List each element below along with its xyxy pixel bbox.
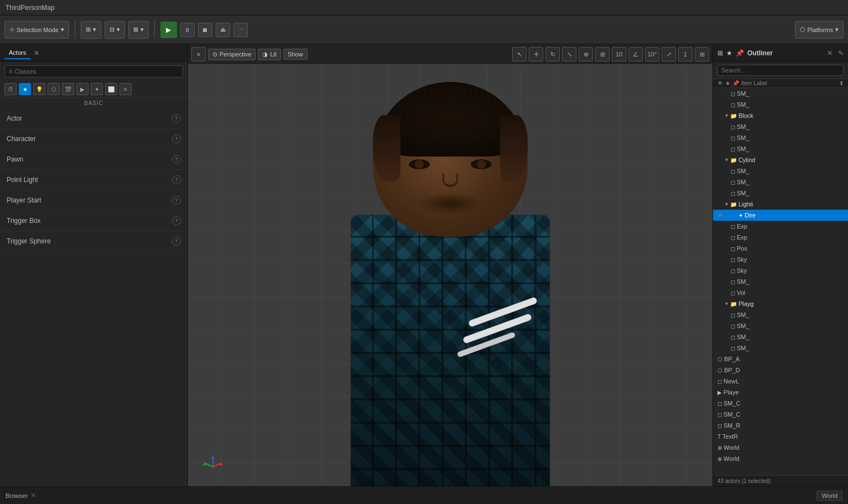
tree-item-newl[interactable]: ◻ NewL: [713, 376, 848, 387]
world-button[interactable]: World: [816, 491, 842, 501]
move-tool[interactable]: ✛: [529, 47, 543, 61]
stop-button[interactable]: ⏹: [198, 23, 212, 37]
show-button[interactable]: Show: [283, 49, 308, 60]
actors-tab[interactable]: Actors: [4, 47, 30, 59]
visibility-icon[interactable]: 👁: [717, 212, 723, 219]
visual-effects-icon[interactable]: ✦: [91, 83, 103, 95]
tree-item-sm5[interactable]: ◻ SM_: [713, 143, 848, 154]
tree-item-sky1[interactable]: ◻ Sky: [713, 254, 848, 265]
actor-item-player-start[interactable]: Player Start ?: [0, 190, 188, 211]
play-button[interactable]: ▶: [160, 22, 177, 38]
angle-value-1[interactable]: 10°: [645, 47, 659, 61]
shapes-icon[interactable]: ⬡: [48, 83, 60, 95]
snap-button[interactable]: ⊟ ▾: [105, 21, 125, 39]
outliner-filter-icon[interactable]: ⊞: [717, 49, 723, 57]
select-tool[interactable]: ↖: [512, 47, 527, 61]
tree-item-sky2[interactable]: ◻ Sky: [713, 265, 848, 276]
tree-item-cylind-folder[interactable]: ▼ 📁 Cylind: [713, 154, 848, 165]
viewport-menu-button[interactable]: ≡: [191, 47, 206, 61]
eject-button[interactable]: ⏏: [216, 23, 230, 37]
volumes-icon[interactable]: ⬜: [105, 83, 117, 95]
outliner-pin-icon[interactable]: 📌: [736, 49, 744, 57]
tree-item-exp1[interactable]: ◻ Exp: [713, 221, 848, 232]
scale-icon[interactable]: ⤢: [662, 47, 676, 61]
tree-item-vol1[interactable]: ◻ Vol: [713, 287, 848, 298]
trigger-sphere-help-icon[interactable]: ?: [172, 237, 181, 246]
tree-item-playg-folder[interactable]: ▼ 📁 Playg: [713, 298, 848, 309]
actor-item-point-light[interactable]: Point Light ?: [0, 170, 188, 190]
tree-item-world1[interactable]: ⊕ World: [713, 442, 848, 453]
character-help-icon[interactable]: ?: [172, 134, 181, 143]
transform-icon: ⊞: [86, 26, 91, 33]
tree-item-sm3[interactable]: ◻ SM_: [713, 121, 848, 132]
tree-item-sm7[interactable]: ◻ SM_: [713, 176, 848, 188]
actor-item-pawn[interactable]: Pawn ?: [0, 149, 188, 170]
outliner-tree[interactable]: ◻ SM_ ◻ SM_ ▼ 📁 Block ◻ SM_: [713, 88, 848, 475]
outliner-edit-button[interactable]: ✎: [838, 49, 844, 57]
perspective-button[interactable]: ⊙ Perspective: [208, 49, 256, 60]
tree-item-block-folder[interactable]: ▼ 📁 Block: [713, 110, 848, 121]
actor-item-actor[interactable]: Actor ?: [0, 108, 188, 129]
all-classes-icon[interactable]: ≡: [119, 83, 132, 95]
world-tool[interactable]: ⊕: [579, 47, 593, 61]
angle-icon[interactable]: ∠: [628, 47, 643, 61]
more-button[interactable]: ⋯: [233, 23, 248, 37]
grid-value-1[interactable]: 10: [612, 47, 626, 61]
tree-item-sm4[interactable]: ◻ SM_: [713, 132, 848, 143]
outliner-search-input[interactable]: [717, 65, 844, 76]
tree-item-smc2[interactable]: ◻ SM_C: [713, 409, 848, 420]
tree-item-pos1[interactable]: ◻ Pos: [713, 243, 848, 254]
recently-placed-icon[interactable]: ⏱: [4, 83, 17, 95]
panel-close-button[interactable]: ✕: [34, 49, 39, 57]
cinematics-icon[interactable]: 🎬: [62, 83, 74, 95]
actor-item-character[interactable]: Character ?: [0, 129, 188, 149]
viewport[interactable]: ≡ ⊙ Perspective ◑ Lit Show ↖ ✛ ↻ ⤡ ⊕ ⊞ 1…: [188, 44, 712, 486]
browser-tab[interactable]: Browser ✕: [6, 492, 36, 499]
scale-tool[interactable]: ⤡: [562, 47, 576, 61]
tree-item-bp-a[interactable]: ⬡ BP_A: [713, 354, 848, 365]
tree-item-world2[interactable]: ⊕ World: [713, 453, 848, 464]
grid-icon[interactable]: ⊞: [595, 47, 610, 61]
tree-item-sm8[interactable]: ◻ SM_: [713, 188, 848, 199]
tree-item-sm11[interactable]: ◻ SM_: [713, 320, 848, 331]
rotate-tool[interactable]: ↻: [545, 47, 560, 61]
pawn-help-icon[interactable]: ?: [172, 155, 181, 164]
search-classes-input[interactable]: [4, 65, 183, 77]
tree-item-player[interactable]: ▶ Playe: [713, 387, 848, 398]
sort-icon[interactable]: ⬆: [839, 80, 844, 86]
tree-item-sm12[interactable]: ◻ SM_: [713, 331, 848, 342]
tree-item-sm6[interactable]: ◻ SM_: [713, 165, 848, 176]
tree-item-sm1[interactable]: ◻ SM_: [713, 88, 848, 99]
tree-item-sm2[interactable]: ◻ SM_: [713, 99, 848, 110]
tree-item-bp-d[interactable]: ⬡ BP_D: [713, 365, 848, 376]
tree-item-lighting-folder[interactable]: ▼ 📁 Lighti: [713, 199, 848, 210]
outliner-filter2-icon[interactable]: ★: [726, 49, 732, 57]
transform-tool-button[interactable]: ⊞ ▾: [81, 21, 101, 39]
lit-button[interactable]: ◑ Lit: [258, 49, 281, 60]
tree-item-sm9[interactable]: ◻ SM_: [713, 276, 848, 287]
outliner-close-button[interactable]: ✕: [827, 49, 833, 57]
browser-tab-close[interactable]: ✕: [31, 492, 36, 499]
actor-help-icon[interactable]: ?: [172, 114, 181, 123]
tree-item-sm10[interactable]: ◻ SM_: [713, 309, 848, 320]
lights-icon[interactable]: 💡: [33, 83, 45, 95]
actor-item-trigger-sphere[interactable]: Trigger Sphere ?: [0, 231, 188, 252]
tree-item-exp2[interactable]: ◻ Exp: [713, 232, 848, 243]
scale-value-1[interactable]: 1: [678, 47, 693, 61]
basic-icon[interactable]: ★: [19, 83, 31, 95]
pause-button[interactable]: ⏸: [180, 23, 195, 37]
actor-item-trigger-box[interactable]: Trigger Box ?: [0, 211, 188, 231]
selection-mode-button[interactable]: ⊹ Selection Mode ▾: [4, 21, 69, 39]
trigger-box-help-icon[interactable]: ?: [172, 216, 181, 225]
player-start-help-icon[interactable]: ?: [172, 196, 181, 205]
tree-item-smc[interactable]: ◻ SM_C: [713, 398, 848, 409]
tree-item-smr[interactable]: ◻ SM_R: [713, 420, 848, 431]
tree-item-directional-light[interactable]: 👁 ✦ Dire: [713, 210, 848, 221]
animation-icon[interactable]: ▶: [76, 83, 89, 95]
tree-item-textr[interactable]: T TextR: [713, 431, 848, 442]
tree-item-sm13[interactable]: ◻ SM_: [713, 342, 848, 354]
viewport-options[interactable]: ⊞: [695, 47, 709, 61]
platforms-button[interactable]: ⬡ Platforms ▾: [795, 21, 844, 39]
point-light-help-icon[interactable]: ?: [172, 175, 181, 184]
mode-button[interactable]: ⊠ ▾: [128, 21, 149, 39]
